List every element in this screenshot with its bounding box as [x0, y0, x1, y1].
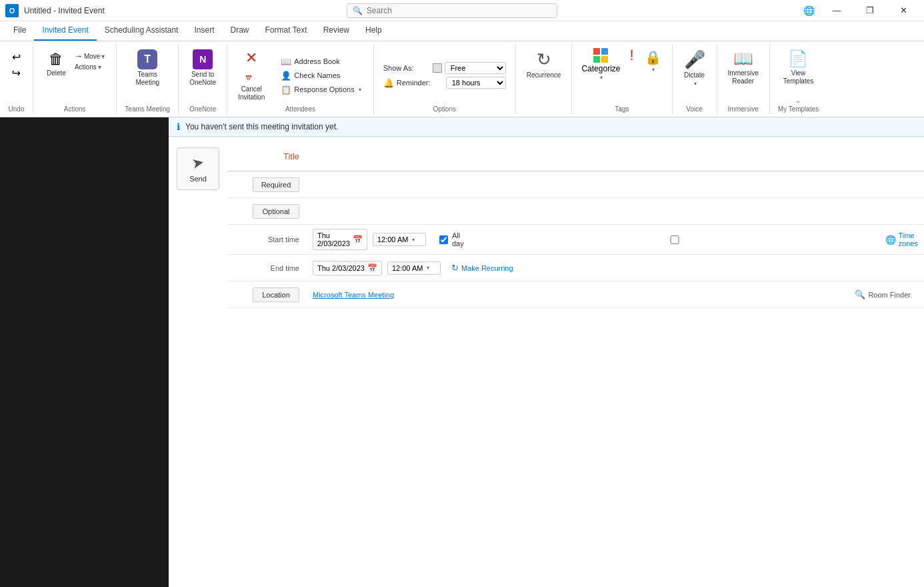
dictate-dropdown-icon: ▾	[694, 81, 697, 87]
move-button[interactable]: → Move ▾	[73, 51, 107, 61]
optional-input[interactable]	[313, 207, 919, 216]
response-options-button[interactable]: 📋 Response Options ▾	[278, 83, 364, 96]
start-time-value: 12:00 AM	[377, 235, 408, 243]
minimize-button[interactable]: —	[821, 0, 852, 21]
tab-insert[interactable]: Insert	[186, 21, 222, 41]
search-area: 🔍	[105, 3, 799, 18]
dictate-button[interactable]: 🎤 Dictate ▾	[678, 47, 711, 89]
all-day-label: All day	[452, 231, 464, 247]
actions-icon: Actions	[75, 63, 97, 71]
voice-group-label: Voice	[683, 104, 705, 114]
ribbon-group-tags: Categorize ▾ ! 🔒 ▾ Tags	[572, 44, 672, 114]
show-as-select[interactable]: Free Busy Tentative Out of Office	[445, 62, 506, 74]
end-time-row: End time Thu 2/03/2023 📅 12:00 AM ▾ ↻	[227, 255, 924, 281]
search-box[interactable]: 🔍	[347, 3, 557, 18]
time-zones-label: Time zones	[899, 231, 919, 247]
tab-file[interactable]: File	[5, 21, 34, 41]
importance-high-button[interactable]: !	[627, 47, 636, 64]
search-input[interactable]	[367, 6, 551, 15]
tab-format-text[interactable]: Format Text	[257, 21, 315, 41]
address-book-label: Address Book	[294, 57, 339, 65]
onenote-group-label: OneNote	[187, 104, 219, 114]
send-button[interactable]: ➤ Send	[177, 147, 219, 190]
teams-meeting-button[interactable]: T TeamsMeeting	[130, 47, 165, 89]
chevron-down-icon: ⌄	[795, 97, 801, 104]
location-button[interactable]: Location	[253, 287, 299, 302]
start-date-picker[interactable]: Thu 2/03/2023 📅	[313, 229, 367, 250]
cancel-invitation-button[interactable]: ✕📅 CancelInvitation	[233, 47, 270, 104]
location-value[interactable]: Microsoft Teams Meeting	[313, 291, 394, 299]
importance-high-icon: !	[629, 48, 633, 63]
ribbon-group-teams: T TeamsMeeting Teams Meeting	[117, 44, 179, 114]
dictate-label: Dictate	[684, 71, 705, 79]
sidebar	[0, 117, 169, 587]
required-button[interactable]: Required	[253, 177, 299, 192]
end-time-value: 12:00 AM	[392, 264, 423, 272]
undo-button[interactable]: ↩	[9, 49, 23, 65]
tab-help[interactable]: Help	[357, 21, 390, 41]
ribbon-tabs: File Invited Event Scheduling Assistant …	[0, 21, 924, 41]
delete-button[interactable]: 🗑 Delete	[43, 49, 70, 78]
cancel-invitation-label: CancelInvitation	[238, 85, 265, 101]
response-options-icon: 📋	[281, 85, 291, 95]
lock-button[interactable]: 🔒 ▾	[639, 47, 667, 75]
required-input[interactable]	[313, 180, 919, 189]
send-onenote-label: Send toOneNote	[189, 71, 216, 87]
view-templates-button[interactable]: 📄 ViewTemplates	[778, 47, 819, 88]
time-zones-checkbox[interactable]	[475, 235, 875, 244]
title-controls: 🌐 — ❐ ✕	[799, 0, 919, 21]
title-label: Title	[283, 151, 299, 161]
room-finder-button[interactable]: 🔍 Room Finder	[855, 289, 911, 300]
categorize-button[interactable]: Categorize ▾	[577, 47, 624, 82]
recurrence-button[interactable]: ↻ Recurrence	[521, 47, 567, 82]
check-names-icon: 👤	[281, 71, 291, 81]
redo-icon: ↩	[12, 67, 21, 79]
ribbon-group-recurrence: ↻ Recurrence	[516, 44, 573, 114]
send-to-onenote-button[interactable]: N Send toOneNote	[184, 47, 221, 89]
options-group-label: Options	[431, 104, 459, 114]
delete-icon: 🗑	[49, 51, 63, 68]
close-button[interactable]: ✕	[888, 0, 919, 21]
delete-label: Delete	[47, 69, 66, 77]
teams-group-label: Teams Meeting	[122, 104, 173, 114]
teams-icon: T	[137, 49, 157, 69]
tab-invited-event[interactable]: Invited Event	[34, 21, 96, 41]
show-as-label: Show As:	[383, 64, 430, 72]
immersive-reader-label: ImmersiveReader	[728, 69, 759, 85]
tab-review[interactable]: Review	[315, 21, 357, 41]
address-book-button[interactable]: 📖 Address Book	[278, 55, 364, 68]
optional-button[interactable]: Optional	[253, 204, 299, 219]
actions-button[interactable]: Actions ▾	[73, 63, 107, 71]
globe-icon: 🌐	[799, 5, 819, 16]
categorize-label: Categorize	[581, 64, 620, 73]
end-date-picker[interactable]: Thu 2/03/2023 📅	[313, 261, 382, 275]
immersive-group-label: Immersive	[725, 104, 761, 114]
address-book-icon: 📖	[281, 57, 291, 67]
title-row: Title	[227, 142, 924, 171]
templates-expand-button[interactable]: ⌄	[775, 97, 822, 104]
location-row: Location Microsoft Teams Meeting 🔍 Room …	[227, 281, 924, 308]
move-icon: →	[75, 51, 83, 61]
undo-group-label: Undo	[6, 104, 27, 114]
immersive-reader-button[interactable]: 📖 ImmersiveReader	[723, 47, 764, 88]
end-time-picker[interactable]: 12:00 AM ▾	[387, 261, 441, 275]
redo-button[interactable]: ↩	[9, 65, 23, 81]
reminder-select[interactable]: 18 hours None 0 minutes 5 minutes 15 min…	[446, 77, 506, 89]
lock-icon: 🔒	[645, 49, 661, 65]
all-day-checkbox[interactable]	[439, 235, 448, 244]
time-zones-link[interactable]: 🌐 Time zones	[885, 231, 919, 247]
tab-scheduling-assistant[interactable]: Scheduling Assistant	[97, 21, 187, 41]
start-time-picker[interactable]: 12:00 AM ▾	[373, 233, 426, 246]
recurring-icon: ↻	[451, 263, 459, 273]
title-input[interactable]	[313, 151, 919, 162]
tags-group-label: Tags	[612, 104, 631, 114]
check-names-button[interactable]: 👤 Check Names	[278, 69, 364, 82]
recurrence-icon: ↻	[537, 49, 551, 70]
ribbon-toolbar: ↩ ↩ Undo 🗑 Delete → Move ▾	[0, 41, 924, 117]
tab-draw[interactable]: Draw	[222, 21, 257, 41]
make-recurring-button[interactable]: ↻ Make Recurring	[451, 263, 513, 273]
globe-icon-tz: 🌐	[885, 235, 896, 245]
reminder-label: Reminder:	[397, 79, 443, 87]
recurrence-group-label	[541, 111, 547, 114]
restore-button[interactable]: ❐	[855, 0, 885, 21]
